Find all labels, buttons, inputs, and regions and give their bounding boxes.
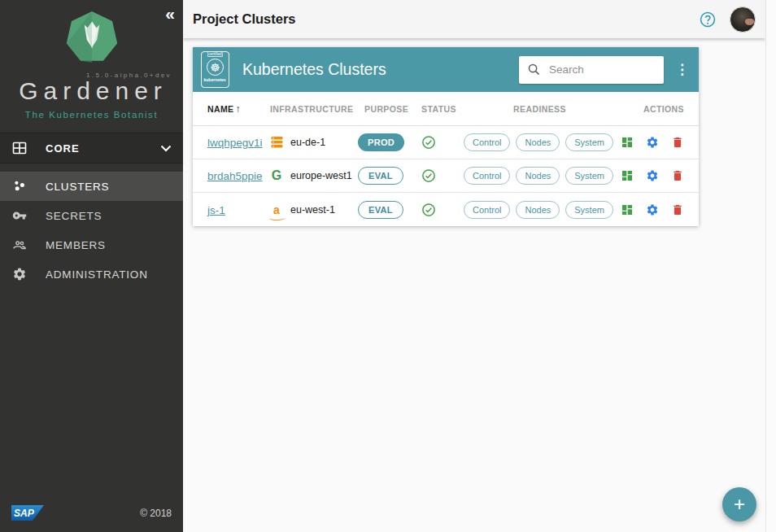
table-row: brdah5ppie G europe-west1 EVAL Control N…: [193, 159, 699, 193]
add-cluster-fab[interactable]: +: [722, 487, 756, 521]
gcp-icon: G: [270, 168, 283, 183]
table-header: NAME↑ INFRASTRUCTURE PURPOSE STATUS READ…: [193, 92, 699, 126]
clusters-card: certified ☸ kubernetes Kubernetes Cluste…: [193, 47, 699, 226]
sidebar: « 1.5.0-alpha.0+dev Gardener The Kuberne…: [0, 0, 183, 532]
sidebar-footer: SAP © 2018: [0, 505, 183, 532]
status-ok-icon: [421, 203, 436, 217]
kubernetes-wheel-icon: ☸: [207, 59, 224, 76]
help-icon[interactable]: [699, 11, 717, 28]
region-label: eu-de-1: [290, 137, 325, 148]
sidebar-item-administration[interactable]: ADMINISTRATION: [0, 259, 183, 289]
dashboard-icon[interactable]: [621, 169, 634, 182]
purpose-chip: PROD: [358, 133, 404, 151]
column-header-name-label: NAME: [207, 104, 234, 114]
sidebar-item-label: SECRETS: [46, 210, 102, 222]
copyright-text: © 2018: [140, 508, 172, 519]
cluster-name-link[interactable]: js-1: [207, 204, 225, 216]
sidebar-item-label: MEMBERS: [46, 239, 106, 251]
sidebar-item-members[interactable]: MEMBERS: [0, 230, 183, 259]
sort-asc-icon: ↑: [236, 103, 241, 115]
sidebar-nav: CORE CLUSTERS: [0, 133, 183, 289]
sidebar-item-label: CLUSTERS: [46, 181, 109, 193]
top-toolbar: Project Clusters: [183, 0, 765, 38]
sap-logo: SAP: [11, 505, 44, 521]
region-label: eu-west-1: [290, 204, 335, 216]
sidebar-item-clusters[interactable]: CLUSTERS: [0, 172, 183, 201]
region-label: europe-west1: [290, 170, 352, 181]
gardener-logo-icon: [65, 10, 119, 65]
dashboard-icon[interactable]: [621, 136, 634, 149]
app-tagline: The Kubernetes Botanist: [0, 110, 183, 120]
search-icon: [527, 63, 541, 76]
scrollbar[interactable]: [765, 0, 776, 532]
cluster-name-link[interactable]: brdah5ppie: [207, 170, 263, 182]
readiness-chip-control[interactable]: Control: [464, 167, 510, 185]
readiness-chip-nodes[interactable]: Nodes: [516, 167, 560, 185]
aws-icon: a: [270, 203, 283, 217]
grid-icon: [11, 140, 28, 156]
readiness-chip-system[interactable]: System: [565, 201, 613, 219]
sidebar-item-secrets[interactable]: SECRETS: [0, 201, 183, 230]
clusters-icon: [11, 178, 28, 194]
sidebar-section-core[interactable]: CORE: [0, 133, 183, 164]
dashboard-icon[interactable]: [621, 203, 634, 216]
sidebar-collapse-icon[interactable]: «: [165, 5, 175, 23]
purpose-chip: EVAL: [358, 201, 403, 219]
status-ok-icon: [421, 168, 436, 183]
svg-text:SAP: SAP: [14, 508, 35, 519]
brand-block: 1.5.0-alpha.0+dev Gardener The Kubernete…: [0, 0, 183, 120]
kubernetes-certified-badge-icon: certified ☸ kubernetes: [201, 51, 229, 88]
page-title: Project Clusters: [193, 11, 296, 27]
search-input[interactable]: [549, 63, 643, 76]
column-header-purpose: PURPOSE: [358, 104, 421, 114]
table-row: lwqhpegv1i eu-de-1 PROD: [193, 126, 699, 159]
settings-icon[interactable]: [646, 169, 659, 182]
sidebar-section-label: CORE: [46, 142, 80, 155]
search-box[interactable]: [519, 56, 664, 84]
user-avatar[interactable]: [730, 7, 756, 33]
sidebar-items: CLUSTERS SECRETS: [0, 172, 183, 289]
column-header-name[interactable]: NAME↑: [207, 103, 270, 115]
more-vert-icon[interactable]: ⋮: [675, 63, 689, 76]
purpose-chip: EVAL: [358, 167, 403, 185]
readiness-chip-system[interactable]: System: [565, 133, 613, 151]
column-header-status: STATUS: [421, 104, 464, 114]
gear-icon: [11, 266, 28, 282]
table-row: js-1 a eu-west-1 EVAL Control Nodes Syst…: [193, 193, 699, 226]
readiness-chip-nodes[interactable]: Nodes: [516, 133, 560, 151]
card-header: certified ☸ kubernetes Kubernetes Cluste…: [193, 47, 699, 92]
readiness-chip-nodes[interactable]: Nodes: [516, 201, 560, 219]
column-header-readiness: READINESS: [464, 104, 616, 114]
readiness-chip-system[interactable]: System: [565, 167, 613, 185]
app-window: « 1.5.0-alpha.0+dev Gardener The Kuberne…: [0, 0, 776, 532]
column-header-infrastructure: INFRASTRUCTURE: [270, 104, 358, 114]
readiness-chip-control[interactable]: Control: [464, 201, 510, 219]
settings-icon[interactable]: [646, 203, 659, 216]
key-icon: [11, 207, 28, 224]
readiness-chip-control[interactable]: Control: [464, 133, 510, 151]
badge-certified-label: certified: [207, 51, 224, 57]
delete-icon[interactable]: [671, 136, 684, 149]
app-name: Gardener: [3, 77, 183, 105]
column-header-actions: ACTIONS: [616, 104, 684, 114]
delete-icon[interactable]: [671, 169, 684, 182]
toolbar-actions: [699, 7, 756, 33]
badge-kubernetes-label: kubernetes: [204, 77, 226, 81]
main-area: Project Clusters certified ☸ kuberne: [183, 0, 765, 532]
status-ok-icon: [421, 135, 436, 150]
settings-icon[interactable]: [646, 136, 659, 149]
delete-icon[interactable]: [671, 203, 684, 216]
people-icon: [11, 237, 28, 253]
openstack-icon: [270, 135, 283, 150]
card-title: Kubernetes Clusters: [242, 60, 386, 79]
chevron-down-icon: [160, 141, 172, 155]
sidebar-item-label: ADMINISTRATION: [46, 268, 148, 281]
cluster-name-link[interactable]: lwqhpegv1i: [207, 137, 263, 149]
